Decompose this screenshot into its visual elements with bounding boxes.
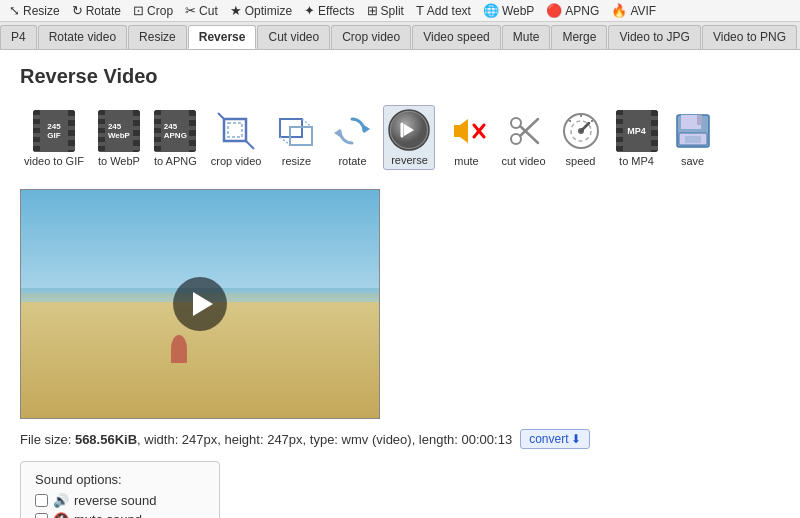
tool-resize-label: resize xyxy=(282,155,311,167)
menu-apng-label: APNG xyxy=(565,4,599,18)
mute-sound-icon: 🔇 xyxy=(53,512,69,518)
tool-to-webp[interactable]: 245WebP to WebP xyxy=(94,107,144,170)
menu-effects-label: Effects xyxy=(318,4,354,18)
reverse-icon xyxy=(388,109,430,151)
effects-icon: ✦ xyxy=(304,3,315,18)
menu-webp-label: WebP xyxy=(502,4,534,18)
file-size: 568.56KiB xyxy=(75,432,137,447)
svg-line-24 xyxy=(581,123,589,131)
reverse-sound-checkbox[interactable] xyxy=(35,494,48,507)
svg-line-6 xyxy=(302,119,312,127)
menu-crop[interactable]: ⊡ Crop xyxy=(128,2,178,19)
tool-to-mp4-label: to MP4 xyxy=(619,155,654,167)
tab-cut-video[interactable]: Cut video xyxy=(257,25,330,49)
tab-video-to-png[interactable]: Video to PNG xyxy=(702,25,797,49)
mp4-film-text: MP4 xyxy=(627,126,646,136)
tab-mute[interactable]: Mute xyxy=(502,25,551,49)
avif-icon: 🔥 xyxy=(611,3,627,18)
svg-marker-9 xyxy=(334,129,340,137)
mute-sound-label[interactable]: mute sound xyxy=(74,512,142,518)
tool-cut-video[interactable]: cut video xyxy=(497,107,549,170)
page-title: Reverse Video xyxy=(20,65,780,88)
tool-crop-video[interactable]: crop video xyxy=(207,107,266,170)
svg-line-2 xyxy=(246,141,254,149)
tool-mute-label: mute xyxy=(454,155,478,167)
file-details: File size: 568.56KiB, width: 247px, heig… xyxy=(20,432,512,447)
mute-icon xyxy=(445,110,487,152)
video-player[interactable] xyxy=(20,189,380,419)
menu-effects[interactable]: ✦ Effects xyxy=(299,2,359,19)
menu-cut[interactable]: ✂ Cut xyxy=(180,2,223,19)
tool-to-apng[interactable]: 245APNG to APNG xyxy=(150,107,201,170)
cut-icon: ✂ xyxy=(185,3,196,18)
menu-split[interactable]: ⊞ Split xyxy=(362,2,409,19)
sound-options-title: Sound options: xyxy=(35,472,205,487)
resize-tool-icon xyxy=(275,110,317,152)
main-content: Reverse Video 245GIF video to GIF 245Web… xyxy=(0,50,800,518)
tool-bar: 245GIF video to GIF 245WebP to WebP 245A… xyxy=(20,100,780,175)
crop-icon: ⊡ xyxy=(133,3,144,18)
tool-to-apng-label: to APNG xyxy=(154,155,197,167)
menu-add-text[interactable]: T Add text xyxy=(411,2,476,19)
scissors-icon xyxy=(503,110,545,152)
tool-to-mp4[interactable]: MP4 to MP4 xyxy=(612,107,662,170)
beach-figure xyxy=(171,335,187,363)
tool-reverse[interactable]: reverse xyxy=(383,105,435,170)
tab-video-to-jpg[interactable]: Video to JPG xyxy=(608,25,701,49)
tool-crop-video-label: crop video xyxy=(211,155,262,167)
tool-video-to-gif-label: video to GIF xyxy=(24,155,84,167)
menu-resize[interactable]: ⤡ Resize xyxy=(4,2,65,19)
tool-rotate[interactable]: rotate xyxy=(327,107,377,170)
rotate-icon: ↻ xyxy=(72,3,83,18)
tab-merge[interactable]: Merge xyxy=(551,25,607,49)
menu-rotate-label: Rotate xyxy=(86,4,121,18)
mute-sound-checkbox[interactable] xyxy=(35,513,48,518)
tool-mute[interactable]: mute xyxy=(441,107,491,170)
convert-icon: ⬇ xyxy=(571,432,581,446)
menu-rotate[interactable]: ↻ Rotate xyxy=(67,2,126,19)
webp-icon: 🌐 xyxy=(483,3,499,18)
menu-optimize[interactable]: ★ Optimize xyxy=(225,2,297,19)
svg-rect-30 xyxy=(697,115,702,125)
menu-cut-label: Cut xyxy=(199,4,218,18)
tab-bar: P4 Rotate video Resize Reverse Cut video… xyxy=(0,22,800,50)
tab-reverse[interactable]: Reverse xyxy=(188,25,257,49)
tab-rotate-video[interactable]: Rotate video xyxy=(38,25,127,49)
convert-button[interactable]: convert ⬇ xyxy=(520,429,590,449)
svg-marker-14 xyxy=(454,119,468,143)
reverse-sound-icon: 🔊 xyxy=(53,493,69,508)
play-button[interactable] xyxy=(173,277,227,331)
webp-film-text: 245WebP xyxy=(108,122,130,140)
tool-resize[interactable]: resize xyxy=(271,107,321,170)
split-icon: ⊞ xyxy=(367,3,378,18)
menu-resize-label: Resize xyxy=(23,4,60,18)
tab-resize[interactable]: Resize xyxy=(128,25,187,49)
tool-save-label: save xyxy=(681,155,704,167)
menu-optimize-label: Optimize xyxy=(245,4,292,18)
sound-option-mute: 🔇 mute sound xyxy=(35,512,205,518)
tool-cut-video-label: cut video xyxy=(501,155,545,167)
svg-rect-3 xyxy=(228,123,242,137)
tool-save[interactable]: save xyxy=(668,107,718,170)
svg-marker-8 xyxy=(364,125,370,133)
reverse-sound-label[interactable]: reverse sound xyxy=(74,493,156,508)
speed-icon xyxy=(560,110,602,152)
menu-apng[interactable]: 🔴 APNG xyxy=(541,2,604,19)
sound-option-reverse: 🔊 reverse sound xyxy=(35,493,205,508)
tab-video-speed[interactable]: Video speed xyxy=(412,25,501,49)
convert-label: convert xyxy=(529,432,568,446)
tab-p4[interactable]: P4 xyxy=(0,25,37,49)
menu-add-text-label: Add text xyxy=(427,4,471,18)
menu-split-label: Split xyxy=(381,4,404,18)
menu-avif-label: AVIF xyxy=(630,4,656,18)
menu-avif[interactable]: 🔥 AVIF xyxy=(606,2,661,19)
tool-speed[interactable]: speed xyxy=(556,107,606,170)
tab-crop-video[interactable]: Crop video xyxy=(331,25,411,49)
save-icon xyxy=(672,110,714,152)
svg-line-1 xyxy=(218,113,224,119)
add-text-icon: T xyxy=(416,3,424,18)
gif-film-text: 245GIF xyxy=(47,122,60,140)
tool-video-to-gif[interactable]: 245GIF video to GIF xyxy=(20,107,88,170)
menu-webp[interactable]: 🌐 WebP xyxy=(478,2,539,19)
top-menu-bar: ⤡ Resize ↻ Rotate ⊡ Crop ✂ Cut ★ Optimiz… xyxy=(0,0,800,22)
